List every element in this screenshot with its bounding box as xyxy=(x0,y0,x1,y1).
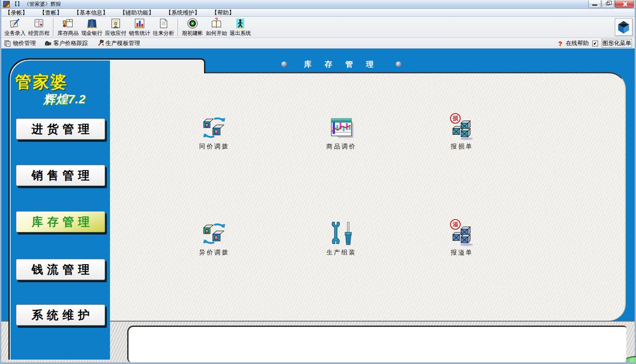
history-ledger-icon xyxy=(33,18,45,29)
menu-record[interactable]: 【录帐】 xyxy=(5,9,28,17)
toolbar-sales-stats[interactable]: 销售统计 xyxy=(128,18,151,37)
menu-query[interactable]: 【查帐】 xyxy=(39,9,62,17)
sphere-bullet-icon xyxy=(396,61,401,67)
icon-overflow-report[interactable]: 溢 报溢单 xyxy=(433,221,491,257)
logo-guanjiapo: 管家婆 xyxy=(15,71,68,93)
help-icon: ? xyxy=(558,40,562,47)
exit-system-icon xyxy=(235,18,246,29)
content-paper-tab xyxy=(107,58,205,73)
main-toolbar: 业务录入 经营历程 库存商品 现金银行 应收应付 销售统计 往来分析 xyxy=(1,17,635,38)
toolbar-initial-setup[interactable]: 期初建帐 xyxy=(181,18,204,37)
window-title: 【】 《管家婆》辉煌 xyxy=(12,0,61,8)
loss-badge: 损 xyxy=(450,113,461,124)
sidebar-item-sales[interactable]: 销售管理 xyxy=(16,165,105,186)
toolbar-separator xyxy=(53,19,54,36)
sidebar-item-purchase[interactable]: 进货管理 xyxy=(16,118,105,140)
title-bar: 【】 《管家婆》辉煌 xyxy=(1,0,635,9)
graphical-menu-checkbox[interactable] xyxy=(592,41,598,46)
menu-aux-functions[interactable]: 【辅助功能】 xyxy=(120,9,154,17)
graphical-menu-label[interactable]: 图形化菜单 xyxy=(602,39,632,48)
toolbar-exit-system[interactable]: 退出系统 xyxy=(228,18,252,37)
inventory-goods-icon xyxy=(62,18,74,29)
page-header: 库 存 管 理 xyxy=(257,57,425,71)
toolbar-business-history[interactable]: 经营历程 xyxy=(27,18,51,37)
icon-diff-price-transfer[interactable]: 异价调拨 xyxy=(186,221,243,257)
same-price-transfer-icon xyxy=(201,115,227,140)
overflow-badge: 溢 xyxy=(450,219,461,230)
svg-text:?: ? xyxy=(215,18,218,23)
page-title: 库 存 管 理 xyxy=(304,59,379,69)
sidebar-item-maintenance[interactable]: 系统维护 xyxy=(16,304,105,326)
analysis-doc-icon xyxy=(158,18,169,29)
sphere-bullet-icon xyxy=(281,61,287,67)
toolbar-price-management[interactable]: 物价管理 xyxy=(4,39,36,47)
icon-same-price-transfer[interactable]: 同价调拨 xyxy=(186,115,243,151)
toolbar-contacts-analysis[interactable]: 往来分析 xyxy=(151,18,175,37)
sales-stats-icon xyxy=(134,18,145,29)
goods-reprice-icon xyxy=(329,115,354,140)
toolbar-separator xyxy=(178,19,178,36)
restore-icon xyxy=(606,2,610,5)
content-paper xyxy=(107,72,626,321)
toolbar-cash-bank[interactable]: 现金银行 xyxy=(80,18,104,37)
menu-system-maintenance[interactable]: 【系统维护】 xyxy=(166,9,200,17)
sidebar: 管家婆 辉煌7.2 进货管理 销售管理 库存管理 钱流管理 系统维护 xyxy=(8,58,110,360)
customer-price-track-icon xyxy=(45,40,52,47)
close-icon xyxy=(622,2,627,7)
online-help-link[interactable]: 在线帮助 xyxy=(566,39,589,47)
toolbar-how-to-start[interactable]: ? 如何开始 xyxy=(204,18,228,37)
window-bottom-border xyxy=(1,362,635,364)
diff-price-transfer-icon xyxy=(201,221,227,246)
how-to-start-icon: ? xyxy=(211,18,222,29)
cash-bank-icon xyxy=(86,18,98,29)
menu-help[interactable]: 【帮助】 xyxy=(212,9,235,17)
secondary-toolbar: 物价管理 客户价格跟踪 生产模板管理 ? 在线帮助 图形化菜单 xyxy=(1,38,635,49)
close-button[interactable] xyxy=(615,0,634,8)
reports-panel xyxy=(127,326,626,363)
menu-basic-info[interactable]: 【基本信息】 xyxy=(74,9,108,17)
pen-entry-icon xyxy=(9,18,21,29)
cube-logo-icon xyxy=(616,19,631,34)
sidebar-item-cashflow[interactable]: 钱流管理 xyxy=(16,259,105,280)
app-window: 【】 《管家婆》辉煌 【录帐】 【查帐】 【基本信息】 【辅助功能】 【系统维护… xyxy=(0,0,636,364)
receivable-payable-icon xyxy=(110,18,121,29)
logo-version: 辉煌7.2 xyxy=(43,91,86,107)
cube-logo-button[interactable] xyxy=(615,18,632,36)
toolbar-production-template[interactable]: 生产模板管理 xyxy=(97,39,140,47)
minimize-button[interactable] xyxy=(588,0,601,8)
icon-goods-reprice[interactable]: 商品调价 xyxy=(313,115,370,151)
production-assembly-icon xyxy=(329,221,354,246)
toolbar-business-entry[interactable]: 业务录入 xyxy=(3,18,27,37)
toolbar-customer-price-tracking[interactable]: 客户价格跟踪 xyxy=(45,39,88,47)
restore-button[interactable] xyxy=(602,0,614,8)
minimize-icon xyxy=(592,4,597,6)
toolbar-inventory-goods[interactable]: 库存商品 xyxy=(56,18,80,37)
sidebar-item-inventory[interactable]: 库存管理 xyxy=(16,211,105,232)
initial-setup-icon xyxy=(187,18,198,29)
app-icon xyxy=(3,1,10,8)
production-template-icon xyxy=(97,40,104,47)
icon-loss-report[interactable]: 损 报损单 xyxy=(433,115,491,151)
price-docs-icon xyxy=(4,40,11,47)
toolbar-receivable-payable[interactable]: 应收应付 xyxy=(104,18,128,37)
menu-bar: 【录帐】 【查帐】 【基本信息】 【辅助功能】 【系统维护】 【帮助】 xyxy=(1,9,635,17)
icon-production-assembly[interactable]: 生产组装 xyxy=(313,221,370,257)
